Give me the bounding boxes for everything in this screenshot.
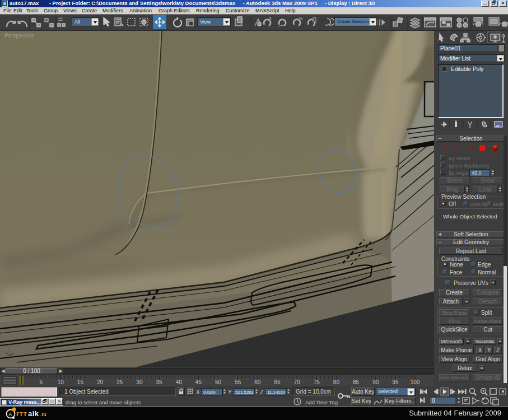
svg-text:20: 20 bbox=[97, 379, 104, 385]
svg-text:0: 0 bbox=[432, 398, 435, 404]
svg-text:60: 60 bbox=[254, 379, 261, 385]
svg-text:5: 5 bbox=[39, 379, 43, 385]
svg-text:55: 55 bbox=[235, 379, 241, 385]
svg-text:Perspective: Perspective bbox=[4, 32, 34, 39]
svg-text:.ru: .ru bbox=[40, 412, 46, 417]
svg-text:75: 75 bbox=[314, 379, 320, 385]
svg-text:100: 100 bbox=[411, 379, 420, 385]
svg-text:80: 80 bbox=[333, 379, 340, 385]
svg-text:65: 65 bbox=[274, 379, 281, 385]
svg-text:40: 40 bbox=[176, 379, 183, 385]
svg-text:25: 25 bbox=[116, 379, 123, 385]
svg-text:%: % bbox=[299, 16, 302, 21]
svg-text:rтт: rтт bbox=[16, 409, 27, 418]
svg-text:95: 95 bbox=[392, 379, 399, 385]
svg-text:85: 85 bbox=[353, 379, 360, 385]
svg-text:A: A bbox=[8, 412, 12, 417]
svg-text:30: 30 bbox=[136, 379, 143, 385]
svg-text:alk: alk bbox=[28, 409, 39, 418]
svg-text:45: 45 bbox=[195, 379, 202, 385]
svg-text:3: 3 bbox=[269, 16, 272, 21]
svg-text:70: 70 bbox=[294, 379, 301, 385]
svg-text:10: 10 bbox=[58, 379, 64, 385]
svg-text:15: 15 bbox=[77, 379, 84, 385]
svg-text:90: 90 bbox=[372, 379, 379, 385]
svg-text:50: 50 bbox=[215, 379, 222, 385]
svg-text:35: 35 bbox=[156, 379, 163, 385]
